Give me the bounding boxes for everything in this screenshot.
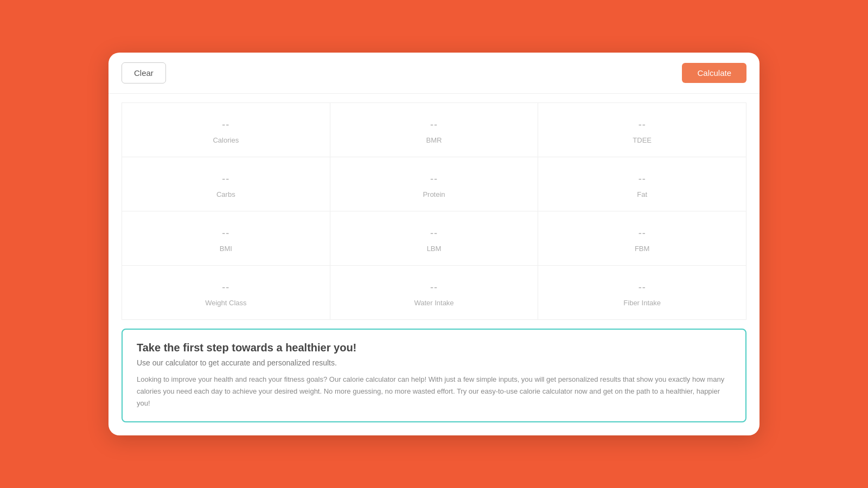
metric-card-tdee: --TDEE	[538, 103, 746, 157]
metric-label-fbm: FBM	[635, 245, 649, 253]
metric-label-fat: Fat	[637, 190, 647, 198]
metric-card-water-intake: --Water Intake	[330, 266, 539, 320]
metric-value-calories: --	[222, 119, 229, 131]
metric-label-lbm: LBM	[427, 245, 442, 253]
metric-label-calories: Calories	[213, 136, 239, 144]
metric-card-carbs: --Carbs	[122, 157, 330, 211]
metric-card-protein: --Protein	[330, 157, 539, 211]
info-title: Take the first step towards a healthier …	[137, 342, 731, 354]
metric-value-water-intake: --	[430, 282, 438, 293]
metric-label-weight-class: Weight Class	[205, 299, 246, 307]
metric-card-fiber-intake: --Fiber Intake	[538, 266, 746, 320]
metric-label-bmi: BMI	[220, 245, 232, 253]
toolbar: Clear Calculate	[108, 53, 760, 94]
info-subtitle: Use our calculator to get accurate and p…	[137, 358, 731, 367]
info-box: Take the first step towards a healthier …	[122, 329, 746, 422]
metric-value-tdee: --	[639, 119, 646, 131]
metric-card-weight-class: --Weight Class	[122, 266, 330, 320]
metrics-grid: --Calories--BMR--TDEE--Carbs--Protein--F…	[122, 102, 746, 320]
metric-label-water-intake: Water Intake	[414, 299, 454, 307]
metric-card-lbm: --LBM	[330, 211, 539, 266]
metric-card-fbm: --FBM	[538, 211, 746, 266]
metric-label-protein: Protein	[423, 190, 445, 198]
metric-value-bmr: --	[430, 119, 438, 131]
metric-label-fiber-intake: Fiber Intake	[623, 299, 661, 307]
metric-card-calories: --Calories	[122, 103, 330, 157]
metric-card-fat: --Fat	[538, 157, 746, 211]
metric-label-tdee: TDEE	[633, 136, 652, 144]
metric-value-lbm: --	[430, 228, 438, 239]
metric-label-bmr: BMR	[426, 136, 442, 144]
metric-value-weight-class: --	[222, 282, 229, 293]
metric-value-bmi: --	[222, 228, 229, 239]
info-body: Looking to improve your health and reach…	[137, 374, 731, 409]
metric-value-carbs: --	[222, 174, 229, 185]
main-card: Clear Calculate --Calories--BMR--TDEE--C…	[108, 53, 760, 435]
metric-label-carbs: Carbs	[216, 190, 235, 198]
metric-value-fat: --	[639, 174, 646, 185]
clear-button[interactable]: Clear	[122, 62, 166, 84]
metric-value-fiber-intake: --	[639, 282, 646, 293]
metric-value-fbm: --	[639, 228, 646, 239]
metric-value-protein: --	[430, 174, 438, 185]
metric-card-bmr: --BMR	[330, 103, 539, 157]
calculate-button[interactable]: Calculate	[682, 63, 746, 83]
metric-card-bmi: --BMI	[122, 211, 330, 266]
